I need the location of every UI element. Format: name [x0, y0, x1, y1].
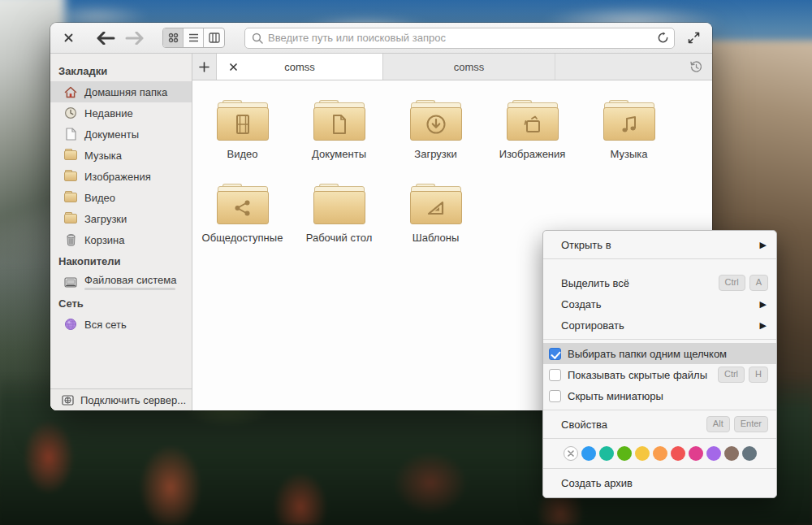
sidebar-item-label: Музыка: [84, 150, 122, 162]
menu-item-label: Выделить всё: [561, 277, 719, 289]
server-icon: [60, 393, 75, 407]
folder-icon-download: [410, 100, 462, 141]
tab-bar: comss comss: [192, 54, 712, 80]
sidebar-item-label: Вся сеть: [84, 319, 127, 331]
folder-color-picker: [543, 442, 776, 465]
sidebar-section-network: Сеть: [50, 293, 192, 314]
list-view-button[interactable]: [184, 28, 204, 47]
color-swatch-brown[interactable]: [724, 446, 739, 461]
trash-icon: [63, 232, 78, 247]
folder-documents[interactable]: Документы: [291, 95, 387, 161]
menu-item-label: Создать: [561, 298, 760, 310]
sidebar-item-label: Файловая система: [84, 274, 176, 286]
refresh-icon[interactable]: [657, 32, 669, 44]
folder-icon: [63, 190, 78, 205]
menu-item-select-all[interactable]: Выделить всё Ctrl A: [543, 272, 776, 293]
tab-active[interactable]: comss: [217, 54, 383, 80]
color-none-swatch[interactable]: [564, 446, 578, 461]
folder-icon-music: [603, 100, 655, 141]
path-search-field[interactable]: [244, 28, 675, 49]
sidebar-item-downloads[interactable]: Загрузки: [50, 208, 192, 229]
color-swatch-orange[interactable]: [653, 446, 667, 461]
sidebar-section-bookmarks: Закладки: [50, 60, 192, 81]
menu-separator: [543, 438, 776, 439]
menu-item-hide-thumbnails[interactable]: Скрыть миниатюры: [543, 385, 776, 406]
menu-item-label: Выбирать папки одним щелчком: [568, 348, 768, 360]
sidebar-item-recent[interactable]: Недавние: [50, 102, 192, 124]
checkbox-checked-icon[interactable]: [549, 348, 561, 360]
hard-disk-icon: [63, 275, 78, 289]
connect-server-button[interactable]: Подключить сервер...: [50, 388, 192, 410]
color-swatch-blue[interactable]: [581, 446, 596, 461]
folder-music[interactable]: Музыка: [581, 95, 677, 161]
sidebar-item-documents[interactable]: Документы: [50, 124, 192, 145]
menu-item-show-hidden-files[interactable]: Показывать скрытые файлы Ctrl H: [543, 364, 776, 385]
color-swatch-green[interactable]: [617, 446, 632, 461]
color-swatch-red[interactable]: [671, 446, 685, 461]
home-icon: [63, 85, 78, 99]
menu-item-create[interactable]: Создать ▶: [543, 293, 776, 315]
sidebar-item-entire-network[interactable]: Вся сеть: [50, 314, 192, 335]
menu-item-label: Открыть в: [561, 239, 760, 251]
file-label: Видео: [227, 148, 258, 161]
grid-view-button[interactable]: [163, 28, 184, 47]
menu-separator: [543, 258, 776, 259]
sidebar-item-videos[interactable]: Видео: [50, 187, 192, 208]
file-label: Рабочий стол: [306, 232, 373, 245]
folder-public[interactable]: Общедоступные: [194, 179, 291, 245]
checkbox-unchecked-icon[interactable]: [549, 390, 561, 402]
sidebar-item-label: Изображения: [84, 171, 151, 183]
folder-downloads[interactable]: Загрузки: [387, 95, 484, 161]
search-icon: [252, 33, 263, 44]
sidebar-item-trash[interactable]: Корзина: [50, 229, 192, 250]
menu-item-open-in[interactable]: Открыть в ▶: [543, 234, 776, 255]
forward-button[interactable]: [125, 32, 145, 45]
sidebar-item-filesystem[interactable]: Файловая система: [50, 271, 192, 293]
folder-icon-document: [313, 100, 365, 141]
menu-item-sort[interactable]: Сортировать ▶: [543, 315, 776, 336]
color-swatch-yellow[interactable]: [635, 446, 650, 461]
key-badge: Enter: [734, 416, 768, 432]
sidebar-item-home[interactable]: Домашняя папка: [50, 81, 192, 102]
menu-separator: [543, 339, 776, 340]
share-emblem-icon: [232, 197, 253, 219]
color-swatch-gray[interactable]: [742, 446, 757, 461]
file-label: Документы: [312, 148, 366, 161]
tab-label: comss: [454, 61, 485, 73]
close-window-icon[interactable]: [60, 30, 76, 46]
tab-close-icon[interactable]: [227, 60, 240, 73]
sidebar-item-label: Недавние: [84, 107, 133, 119]
color-swatch-pink[interactable]: [689, 446, 703, 461]
checkbox-unchecked-icon[interactable]: [549, 369, 561, 381]
sidebar: Закладки Домашняя папка Недавние: [50, 54, 192, 410]
sidebar-item-music[interactable]: Музыка: [50, 145, 192, 166]
sidebar-item-label: Видео: [84, 192, 115, 204]
search-input[interactable]: [268, 32, 657, 44]
color-swatch-purple[interactable]: [706, 446, 721, 461]
sidebar-item-pictures[interactable]: Изображения: [50, 166, 192, 187]
sidebar-item-label: Корзина: [84, 234, 125, 246]
image-emblem-icon: [522, 114, 543, 135]
back-button[interactable]: [96, 32, 115, 45]
view-mode-switcher: [162, 28, 225, 48]
folder-videos[interactable]: Видео: [194, 95, 291, 161]
menu-item-label: Сортировать: [561, 319, 760, 332]
folder-desktop[interactable]: Рабочий стол: [291, 179, 387, 245]
sidebar-item-label: Загрузки: [84, 213, 127, 225]
folder-pictures[interactable]: Изображения: [484, 95, 581, 161]
submenu-arrow-icon: ▶: [760, 240, 767, 250]
fullscreen-toggle-icon[interactable]: [685, 29, 702, 47]
menu-item-single-click-folders[interactable]: Выбирать папки одним щелчком: [543, 343, 776, 364]
shortcut-keys: Alt Enter: [706, 416, 768, 432]
new-tab-button[interactable]: [192, 54, 217, 80]
color-swatch-teal[interactable]: [599, 446, 614, 461]
template-emblem-icon: [425, 198, 447, 218]
menu-item-properties[interactable]: Свойства Alt Enter: [543, 414, 776, 435]
menu-item-create-archive[interactable]: Создать архив: [543, 472, 776, 493]
history-icon[interactable]: [680, 54, 712, 80]
connect-server-label: Подключить сервер...: [80, 394, 186, 406]
columns-view-button[interactable]: [204, 28, 224, 47]
tab-inactive[interactable]: comss: [383, 54, 555, 80]
film-emblem-icon: [233, 114, 253, 135]
folder-templates[interactable]: Шаблоны: [387, 179, 484, 245]
